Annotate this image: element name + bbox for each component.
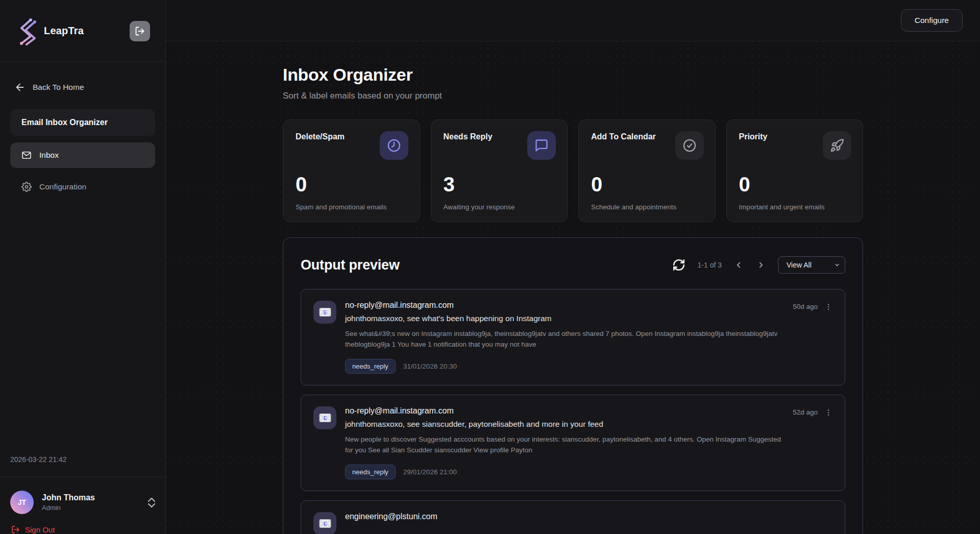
svg-text:E: E	[323, 310, 327, 315]
view-filter-select[interactable]: View All	[778, 256, 845, 274]
stat-card-priority: Priority 0 Important and urgent emails	[726, 119, 864, 222]
email-sender: engineering@plstuni.com	[345, 512, 824, 521]
page-subtitle: Sort & label emails based on your prompt	[283, 91, 863, 101]
email-sender: no-reply@mail.instagram.com	[345, 406, 784, 416]
message-icon	[527, 131, 556, 160]
svg-text:E: E	[323, 415, 327, 421]
email-age: 52d ago	[793, 408, 818, 416]
user-row[interactable]: JT John Thomas Admin	[10, 491, 155, 514]
configure-button[interactable]: Configure	[901, 9, 963, 32]
chevron-left-icon	[734, 260, 743, 270]
stat-value: 0	[296, 173, 407, 196]
sidebar-collapse-button[interactable]	[130, 21, 150, 41]
email-envelope-icon: E	[313, 512, 336, 534]
mail-icon	[21, 150, 32, 160]
email-envelope-icon: E	[313, 406, 336, 429]
app-root: LeapTra Back To Home	[0, 0, 980, 534]
sign-out-button[interactable]: Sign Out	[11, 525, 155, 534]
content-area: Inbox Organizer Sort & label emails base…	[166, 41, 980, 534]
email-datetime: 29/01/2026 21:00	[403, 468, 457, 476]
email-subject: johnthomasxoxo, see what's been happenin…	[345, 314, 784, 323]
clock-icon	[380, 131, 408, 160]
stat-caption: Schedule and appointments	[591, 203, 703, 211]
sign-out-label: Sign Out	[25, 525, 55, 534]
next-page-button[interactable]	[756, 260, 766, 270]
chevron-down-icon	[148, 503, 155, 507]
main-area: Configure Inbox Organizer Sort & label e…	[166, 0, 980, 534]
sidebar-app-label[interactable]: Email Inbox Organizer	[10, 109, 155, 136]
stat-card-needs-reply: Needs Reply 3 Awaiting your response	[431, 119, 568, 222]
leaptra-logo-icon	[15, 17, 37, 45]
stat-caption: Spam and promotional emails	[296, 203, 407, 211]
email-snippet: New people to discover Suggested acccoun…	[345, 434, 784, 456]
chevron-up-icon	[148, 498, 155, 502]
email-envelope-icon: E	[313, 301, 336, 324]
sidebar-item-inbox[interactable]: Inbox	[10, 142, 155, 168]
user-name: John Thomas	[42, 493, 140, 502]
email-age: 50d ago	[793, 303, 818, 310]
brand-name: LeapTra	[44, 25, 122, 37]
sign-out-icon	[11, 525, 20, 534]
arrow-left-icon	[14, 82, 26, 93]
email-list: E no-reply@mail.instagram.com johnthomas…	[301, 289, 845, 534]
chevron-right-icon	[756, 260, 766, 270]
stat-value: 3	[444, 173, 555, 196]
email-datetime: 31/01/2026 20:30	[403, 362, 457, 370]
email-snippet: See what&#39;s new on Instagram instablo…	[345, 329, 784, 350]
user-role: Admin	[42, 504, 140, 512]
svg-text:E: E	[323, 521, 327, 526]
refresh-button[interactable]	[672, 258, 685, 272]
refresh-icon	[672, 258, 685, 272]
kebab-menu-icon	[824, 408, 832, 417]
stat-value: 0	[739, 173, 851, 196]
prev-page-button[interactable]	[734, 260, 743, 270]
user-expander[interactable]	[148, 498, 155, 507]
back-to-home-label: Back To Home	[33, 83, 84, 92]
stat-value: 0	[591, 173, 703, 196]
email-card[interactable]: E no-reply@mail.instagram.com johnthomas…	[301, 289, 845, 385]
email-menu-button[interactable]	[824, 303, 832, 311]
avatar: JT	[10, 491, 34, 514]
topbar: Configure	[166, 0, 980, 41]
email-card[interactable]: E no-reply@mail.instagram.com johnthomas…	[301, 395, 845, 491]
email-menu-button[interactable]	[824, 408, 832, 417]
stats-row: Delete/Spam 0 Spam and promotional email…	[283, 119, 863, 222]
sidebar-item-configuration[interactable]: Configuration	[10, 174, 155, 200]
sidebar-logo-row: LeapTra	[0, 0, 165, 62]
gear-icon	[21, 182, 32, 192]
check-circle-icon	[675, 131, 704, 160]
output-preview-title: Output preview	[301, 257, 672, 273]
user-meta: John Thomas Admin	[42, 493, 140, 512]
email-subject: johnthomasxoxo, see sianscudder, paytone…	[345, 420, 784, 429]
app-label-text: Email Inbox Organizer	[21, 118, 108, 127]
email-tag-badge: needs_reply	[345, 359, 396, 374]
avatar-initials: JT	[18, 498, 26, 506]
rocket-icon	[823, 131, 851, 160]
kebab-menu-icon	[824, 303, 832, 311]
sidebar-nav: Back To Home Email Inbox Organizer Inbox	[0, 62, 165, 206]
email-tag-badge: needs_reply	[345, 465, 396, 479]
logout-panel-icon	[135, 26, 145, 36]
email-card[interactable]: E engineering@plstuni.com	[301, 500, 845, 534]
sidebar-timestamp: 2026-03-22 21:42	[0, 455, 165, 477]
pagination-range: 1-1 of 3	[698, 261, 722, 269]
stat-card-add-to-calendar: Add To Calendar 0 Schedule and appointme…	[578, 119, 716, 222]
sidebar-footer: JT John Thomas Admin	[0, 477, 165, 534]
stat-caption: Awaiting your response	[444, 203, 555, 211]
sidebar-spacer	[0, 206, 165, 455]
output-preview-panel: Output preview	[283, 237, 863, 534]
sidebar-item-configuration-label: Configuration	[39, 182, 86, 191]
back-to-home-link[interactable]: Back To Home	[10, 82, 155, 93]
stat-caption: Important and urgent emails	[739, 203, 851, 211]
page-title: Inbox Organizer	[283, 65, 863, 85]
sidebar-item-inbox-label: Inbox	[39, 151, 59, 160]
email-sender: no-reply@mail.instagram.com	[345, 301, 784, 310]
stat-card-delete-spam: Delete/Spam 0 Spam and promotional email…	[283, 119, 420, 222]
sidebar: LeapTra Back To Home	[0, 0, 166, 534]
